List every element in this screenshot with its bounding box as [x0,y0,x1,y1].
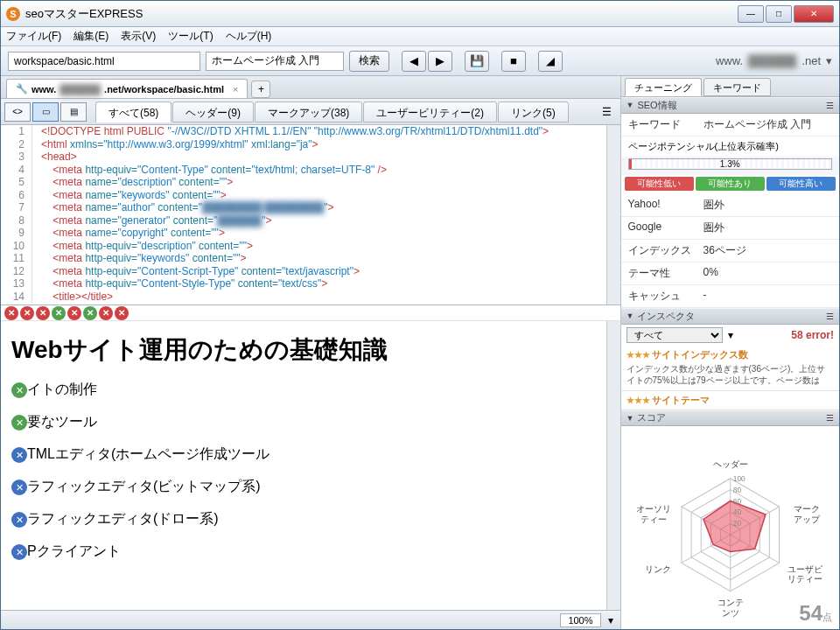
metric-row: Google圏外 [621,217,839,240]
app-window: S seoマスターEXPRESS — □ ✕ ファイル(F) 編集(E) 表示(… [0,0,840,630]
query-input[interactable] [206,52,344,71]
error-badges-row: ✕✕✕✕✕✕✕✕ [1,305,620,321]
zoom-display[interactable]: 100% [560,613,600,627]
item-badge-icon: ✕ [11,447,27,463]
metric-row: インデックス36ページ [621,240,839,262]
save-button[interactable]: 💾 [465,51,489,72]
inspector-item[interactable]: ★★★ サイトテーマ [621,391,839,410]
inspector-filter-select[interactable]: すべて [626,327,723,343]
right-tabs: チューニングキーワード [621,76,839,97]
view-preview-button[interactable]: ▤ [60,102,87,122]
right-tab[interactable]: チューニング [625,78,702,96]
svg-text:マーク: マーク [794,504,820,514]
item-badge-icon: ✕ [11,480,27,495]
eraser-button[interactable]: ◢ [538,51,563,72]
preview-item: ✕TMLエディタ(ホームページ作成ツール [11,445,596,464]
document-tab[interactable]: 🔧 www.██████.net/workspace/basic.html × [6,79,248,98]
seo-section-header[interactable]: ▼SEO情報☰ [621,97,839,114]
app-icon: S [6,7,20,21]
filter-menu-icon[interactable]: ☰ [598,106,617,118]
domain-dropdown-icon[interactable]: ▾ [826,54,832,67]
error-badge[interactable]: ✕ [99,306,113,320]
svg-text:ヘッダー: ヘッダー [712,460,747,470]
add-tab-button[interactable]: + [251,80,270,98]
potential-legend: 可能性低い 可能性あり 可能性高い [621,175,839,194]
svg-text:リンク: リンク [644,564,670,574]
item-badge-icon: ✕ [11,415,27,430]
item-badge-icon: ✕ [11,544,27,560]
error-badge[interactable]: ✕ [115,306,129,320]
inspector-section-header[interactable]: ▼インスペクタ☰ [621,308,839,325]
filter-tab[interactable]: すべて(58) [95,102,172,122]
right-tab[interactable]: キーワード [704,78,771,96]
filter-tab[interactable]: ヘッダー(9) [172,102,254,122]
zoom-dropdown-icon[interactable]: ▾ [608,614,613,626]
keyword-row: キーワード ホームページ作成 入門 [621,114,839,136]
code-editor[interactable]: 1<!DOCTYPE html PUBLIC "-//W3C//DTD XHTM… [1,125,606,305]
metric-row: テーマ性0% [621,262,839,285]
filter-tab[interactable]: リンク(5) [498,102,569,122]
svg-text:アップ: アップ [794,514,821,524]
svg-text:20: 20 [732,520,741,528]
domain-display[interactable]: www.██████.net ▾ [716,54,832,67]
inspector-item[interactable]: ★★★ サイトインデックス数インデックス数が少な過ぎます(36ページ)。上位サイ… [621,346,839,391]
preview-scrollbar[interactable] [606,321,620,610]
right-pane: チューニングキーワード ▼SEO情報☰ キーワード ホームページ作成 入門 ペー… [621,76,839,629]
svg-text:60: 60 [732,497,741,506]
preview-item: ✕ラフィックエディタ(ドロー系) [11,510,596,528]
preview-item: ✕Pクライアント [11,542,596,561]
nav-forward-button[interactable]: ▶ [428,51,452,72]
section-menu-icon[interactable]: ☰ [826,101,834,110]
document-tabs: 🔧 www.██████.net/workspace/basic.html × … [1,76,620,99]
search-button[interactable]: 検索 [349,51,389,72]
svg-text:ンツ: ンツ [721,608,738,618]
error-badge[interactable]: ✕ [67,306,81,320]
nav-back-button[interactable]: ◀ [402,51,426,72]
error-badge[interactable]: ✕ [36,306,50,320]
filter-tab[interactable]: マークアップ(38) [255,102,362,122]
preview-item: ✕イトの制作 [11,381,596,399]
menubar: ファイル(F) 編集(E) 表示(V) ツール(T) ヘルプ(H) [1,27,839,46]
menu-tools[interactable]: ツール(T) [168,29,213,44]
radar-chart: 10080604020ヘッダーマークアップユーザビリティーコンテンツリンクオーソ… [621,426,839,629]
error-badge[interactable]: ✕ [4,306,18,320]
error-badge[interactable]: ✕ [83,306,97,320]
metric-row: キャッシュ- [621,285,839,308]
menu-edit[interactable]: 編集(E) [74,29,108,44]
code-scrollbar[interactable] [606,125,620,304]
wrench-icon: 🔧 [16,83,28,94]
menu-view[interactable]: 表示(V) [121,29,156,44]
view-code-button[interactable]: <> [4,102,31,122]
menu-help[interactable]: ヘルプ(H) [226,29,272,44]
toolbar: 検索 ◀ ▶ 💾 ■ ◢ www.██████.net ▾ [1,46,839,76]
svg-text:ユーザビ: ユーザビ [787,564,822,574]
error-badge[interactable]: ✕ [20,306,34,320]
path-input[interactable] [8,52,200,71]
maximize-button[interactable]: □ [766,5,792,23]
status-bar: 100% ▾ [1,610,620,629]
item-badge-icon: ✕ [11,512,27,528]
left-pane: 🔧 www.██████.net/workspace/basic.html × … [1,76,621,629]
tab-close-icon[interactable]: × [233,84,238,94]
minimize-button[interactable]: — [738,5,764,23]
close-button[interactable]: ✕ [794,5,834,23]
potential-bar: 1.3% [628,158,832,170]
metric-row: Yahoo!圏外 [621,194,839,217]
svg-text:ティー: ティー [640,514,667,524]
svg-text:80: 80 [732,486,741,494]
item-badge-icon: ✕ [11,382,27,398]
preview-pane[interactable]: Webサイト運用のための基礎知識 ✕イトの制作✕要なツール✕TMLエディタ(ホー… [1,321,606,610]
menu-file[interactable]: ファイル(F) [6,29,61,44]
section-menu-icon[interactable]: ☰ [826,312,834,321]
error-badge[interactable]: ✕ [52,306,66,320]
svg-text:リティー: リティー [787,575,822,584]
titlebar: S seoマスターEXPRESS — □ ✕ [1,1,839,27]
svg-text:コンテ: コンテ [717,598,743,608]
stop-button[interactable]: ■ [501,51,526,72]
score-section-header[interactable]: ▼スコア☰ [621,410,839,427]
filter-tab[interactable]: ユーザービリティー(2) [363,102,497,122]
view-split-button[interactable]: ▭ [32,102,59,122]
svg-text:40: 40 [732,508,741,517]
section-menu-icon[interactable]: ☰ [826,413,834,423]
view-toolbar: <> ▭ ▤ すべて(58)ヘッダー(9)マークアップ(38)ユーザービリティー… [1,99,620,125]
